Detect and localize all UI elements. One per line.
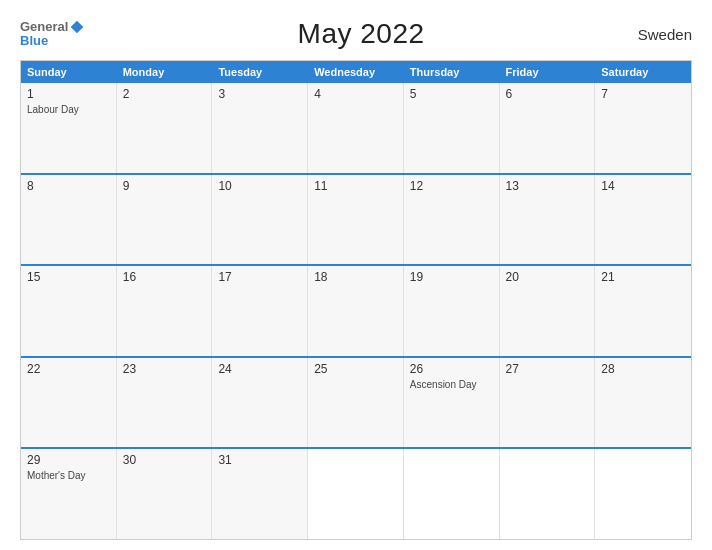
day-number: 17 bbox=[218, 270, 301, 284]
day-cell: 31 bbox=[212, 449, 308, 539]
day-number: 2 bbox=[123, 87, 206, 101]
day-number: 12 bbox=[410, 179, 493, 193]
header-friday: Friday bbox=[500, 61, 596, 83]
day-cell: 4 bbox=[308, 83, 404, 173]
day-number: 16 bbox=[123, 270, 206, 284]
day-number: 27 bbox=[506, 362, 589, 376]
header-monday: Monday bbox=[117, 61, 213, 83]
day-number: 13 bbox=[506, 179, 589, 193]
day-cell: 1Labour Day bbox=[21, 83, 117, 173]
day-cell: 18 bbox=[308, 266, 404, 356]
day-number: 24 bbox=[218, 362, 301, 376]
day-number: 6 bbox=[506, 87, 589, 101]
day-cell: 23 bbox=[117, 358, 213, 448]
logo-blue: Blue bbox=[20, 34, 84, 48]
calendar-body: 1Labour Day23456789101112131415161718192… bbox=[21, 83, 691, 539]
day-cell: 20 bbox=[500, 266, 596, 356]
day-cell: 19 bbox=[404, 266, 500, 356]
calendar-header: Sunday Monday Tuesday Wednesday Thursday… bbox=[21, 61, 691, 83]
week-2: 891011121314 bbox=[21, 175, 691, 267]
header-sunday: Sunday bbox=[21, 61, 117, 83]
day-number: 14 bbox=[601, 179, 685, 193]
day-cell: 3 bbox=[212, 83, 308, 173]
day-cell: 27 bbox=[500, 358, 596, 448]
day-cell: 28 bbox=[595, 358, 691, 448]
day-cell: 21 bbox=[595, 266, 691, 356]
day-cell: 16 bbox=[117, 266, 213, 356]
day-number: 30 bbox=[123, 453, 206, 467]
day-number: 5 bbox=[410, 87, 493, 101]
day-number: 10 bbox=[218, 179, 301, 193]
header-tuesday: Tuesday bbox=[212, 61, 308, 83]
calendar-page: General Blue May 2022 Sweden Sunday Mond… bbox=[0, 0, 712, 550]
day-number: 23 bbox=[123, 362, 206, 376]
day-number: 3 bbox=[218, 87, 301, 101]
header-thursday: Thursday bbox=[404, 61, 500, 83]
day-number: 29 bbox=[27, 453, 110, 467]
day-cell: 11 bbox=[308, 175, 404, 265]
day-cell: 2 bbox=[117, 83, 213, 173]
logo: General Blue bbox=[20, 20, 84, 49]
day-cell: 6 bbox=[500, 83, 596, 173]
day-number: 1 bbox=[27, 87, 110, 101]
day-cell bbox=[308, 449, 404, 539]
logo-flag-icon bbox=[70, 20, 84, 34]
day-number: 15 bbox=[27, 270, 110, 284]
day-cell: 26Ascension Day bbox=[404, 358, 500, 448]
week-3: 15161718192021 bbox=[21, 266, 691, 358]
day-number: 28 bbox=[601, 362, 685, 376]
day-cell: 24 bbox=[212, 358, 308, 448]
day-number: 20 bbox=[506, 270, 589, 284]
day-cell bbox=[404, 449, 500, 539]
day-cell: 22 bbox=[21, 358, 117, 448]
top-bar: General Blue May 2022 Sweden bbox=[20, 18, 692, 50]
header-saturday: Saturday bbox=[595, 61, 691, 83]
day-cell: 5 bbox=[404, 83, 500, 173]
day-cell: 9 bbox=[117, 175, 213, 265]
day-number: 18 bbox=[314, 270, 397, 284]
day-number: 7 bbox=[601, 87, 685, 101]
day-cell: 29Mother's Day bbox=[21, 449, 117, 539]
day-cell: 8 bbox=[21, 175, 117, 265]
day-cell: 25 bbox=[308, 358, 404, 448]
month-title: May 2022 bbox=[298, 18, 425, 50]
day-cell bbox=[595, 449, 691, 539]
day-cell bbox=[500, 449, 596, 539]
day-number: 11 bbox=[314, 179, 397, 193]
day-event: Labour Day bbox=[27, 103, 110, 116]
day-number: 19 bbox=[410, 270, 493, 284]
day-cell: 15 bbox=[21, 266, 117, 356]
day-number: 8 bbox=[27, 179, 110, 193]
day-number: 21 bbox=[601, 270, 685, 284]
day-cell: 17 bbox=[212, 266, 308, 356]
day-event: Ascension Day bbox=[410, 378, 493, 391]
day-number: 9 bbox=[123, 179, 206, 193]
day-cell: 30 bbox=[117, 449, 213, 539]
week-4: 2223242526Ascension Day2728 bbox=[21, 358, 691, 450]
day-cell: 10 bbox=[212, 175, 308, 265]
country-label: Sweden bbox=[638, 26, 692, 43]
week-5: 29Mother's Day3031 bbox=[21, 449, 691, 539]
day-event: Mother's Day bbox=[27, 469, 110, 482]
day-number: 4 bbox=[314, 87, 397, 101]
day-cell: 14 bbox=[595, 175, 691, 265]
day-cell: 12 bbox=[404, 175, 500, 265]
day-cell: 7 bbox=[595, 83, 691, 173]
week-1: 1Labour Day234567 bbox=[21, 83, 691, 175]
logo-general: General bbox=[20, 20, 68, 34]
day-cell: 13 bbox=[500, 175, 596, 265]
day-number: 26 bbox=[410, 362, 493, 376]
header-wednesday: Wednesday bbox=[308, 61, 404, 83]
calendar: Sunday Monday Tuesday Wednesday Thursday… bbox=[20, 60, 692, 540]
svg-marker-0 bbox=[71, 21, 84, 34]
day-number: 22 bbox=[27, 362, 110, 376]
day-number: 25 bbox=[314, 362, 397, 376]
day-number: 31 bbox=[218, 453, 301, 467]
